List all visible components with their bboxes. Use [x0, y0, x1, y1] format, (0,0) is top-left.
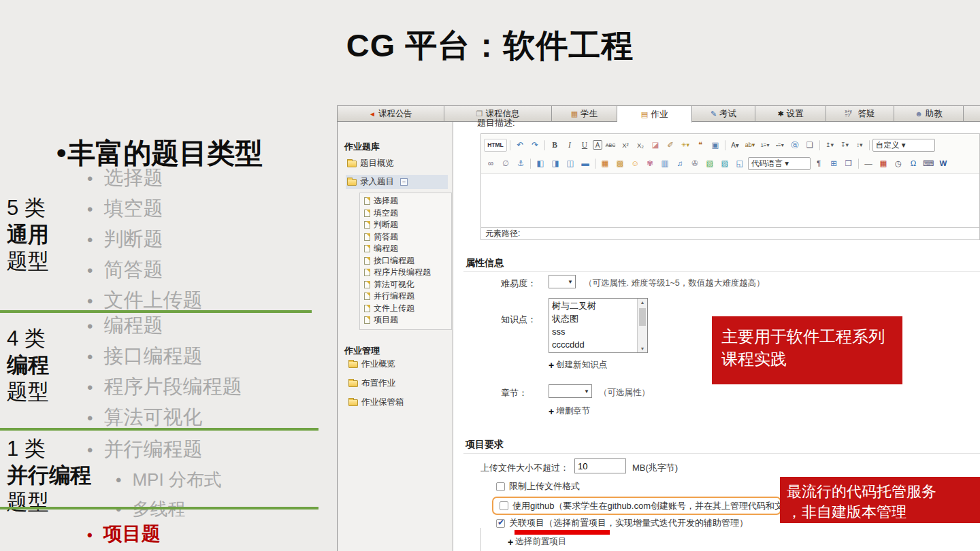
ordered-list-button[interactable]: 1≡▾ — [758, 139, 772, 152]
tree-item[interactable]: 并行编程题 — [360, 290, 451, 303]
scroll-thumb[interactable] — [639, 308, 646, 326]
font-border-button[interactable]: A — [593, 140, 602, 150]
tree-item[interactable]: 程序片段编程题 — [360, 267, 451, 279]
collapse-icon[interactable]: − — [400, 178, 408, 186]
sidebar-item[interactable]: 作业概览 — [348, 358, 404, 370]
tree-item[interactable]: 算法可视化 — [360, 279, 451, 291]
undo-icon[interactable]: ↶ — [513, 139, 527, 152]
bold-button[interactable]: B — [548, 139, 561, 152]
align-top-button[interactable]: ↥▾ — [823, 139, 836, 152]
anchor-icon[interactable]: ⚓ — [514, 157, 527, 170]
image-icon[interactable]: ▦ — [598, 157, 612, 170]
line-height-button[interactable]: ↕▾ — [853, 139, 866, 152]
unlink-icon[interactable]: ∅ — [499, 157, 512, 170]
tab[interactable]: ☻ 助教 — [894, 106, 964, 121]
scroll-down-icon[interactable]: ▼ — [638, 346, 647, 351]
knowledge-option[interactable]: sss — [549, 325, 637, 338]
eraser-icon[interactable]: ◪ — [649, 139, 662, 152]
knowledge-option[interactable]: 状态图 — [549, 312, 637, 325]
sidebar-item-enter-questions[interactable]: 录入题目 − — [346, 175, 448, 189]
knowledge-option[interactable]: ccccddd — [549, 338, 637, 351]
video-icon[interactable]: ▥ — [658, 157, 672, 170]
tree-item[interactable]: 选择题 — [360, 195, 451, 207]
create-knowledge-link[interactable]: + 创建新知识点 — [549, 359, 607, 371]
highlighted-project-item: •项目题 — [87, 521, 161, 547]
document-icon — [364, 257, 370, 265]
word-icon[interactable]: W — [936, 157, 950, 170]
restrict-format-checkbox[interactable] — [496, 482, 505, 491]
insert-doc-icon[interactable]: ◱ — [733, 157, 747, 170]
subscript-button[interactable]: X₂ — [634, 139, 647, 152]
html-source-button[interactable]: HTML — [484, 139, 507, 152]
editor-content-area[interactable] — [481, 174, 979, 227]
tab[interactable]: ◄ 课程公告 — [338, 106, 444, 121]
scrollbar[interactable]: ▲ ▼ — [637, 299, 647, 352]
use-github-checkbox[interactable] — [500, 501, 508, 510]
new-page-button[interactable]: ❏ — [803, 139, 817, 152]
knowledge-option[interactable]: 树与二叉树 — [549, 299, 637, 312]
align-middle-button[interactable]: ↧▾ — [838, 139, 851, 152]
format-brush-icon[interactable]: ✐ — [664, 139, 677, 152]
italic-button[interactable]: I — [563, 139, 576, 152]
bullet-dot: • — [87, 440, 93, 461]
tab[interactable] — [964, 106, 980, 121]
tab-label: 答疑 — [858, 108, 875, 120]
magic-fill-icon[interactable]: ✳▾ — [679, 139, 692, 152]
tree-item[interactable]: 项目题 — [360, 314, 451, 327]
remote-icon[interactable]: ⌨ — [921, 157, 935, 170]
tree-item[interactable]: 接口编程题 — [360, 255, 451, 267]
map-icon[interactable]: ▧ — [703, 157, 717, 170]
tree-item[interactable]: 文件上传题 — [360, 303, 451, 315]
img-align-center-icon[interactable]: ◫ — [564, 157, 577, 170]
difficulty-select[interactable]: ▼ — [549, 275, 576, 288]
clock-icon[interactable]: ◷ — [892, 157, 905, 170]
smiley-icon[interactable]: ☺ — [628, 157, 642, 170]
hr-icon[interactable]: — — [862, 157, 875, 170]
attachment-icon[interactable]: ✇ — [688, 157, 702, 170]
img-align-left-icon[interactable]: ◧ — [534, 157, 547, 170]
tree-item[interactable]: 简答题 — [360, 231, 451, 244]
link-icon[interactable]: ∞ — [484, 157, 497, 170]
img-align-right-icon[interactable]: ◨ — [549, 157, 562, 170]
font-color-button[interactable]: A▾ — [728, 139, 742, 152]
calendar-icon[interactable]: ▦ — [877, 157, 890, 170]
tree-item[interactable]: 判断题 — [360, 219, 451, 231]
chapter-select[interactable]: ▼ — [549, 384, 592, 398]
tab[interactable]: ▤ 作业 — [617, 106, 692, 122]
paste-text-icon[interactable]: ▣ — [708, 139, 722, 152]
album-icon[interactable]: ▩ — [613, 157, 627, 170]
code-language-select[interactable]: 代码语言 ▾ — [748, 157, 811, 170]
restrict-format-label: 限制上传文件格式 — [509, 480, 580, 492]
tab[interactable]: x+y=? 答疑 — [826, 106, 894, 121]
tree-item[interactable]: 填空题 — [360, 207, 451, 220]
redo-icon[interactable]: ↷ — [528, 139, 542, 152]
strikethrough-button[interactable]: ABC — [604, 139, 617, 152]
upload-size-input[interactable] — [574, 458, 626, 473]
underline-button[interactable]: U — [578, 139, 591, 152]
omega-icon[interactable]: Ω — [906, 157, 920, 170]
tree-item[interactable]: 编程题 — [360, 243, 451, 255]
sidebar-item-question-overview[interactable]: 题目概览 — [347, 158, 394, 169]
superscript-button[interactable]: X² — [619, 139, 632, 152]
music-icon[interactable]: ♫ — [673, 157, 687, 170]
tab[interactable]: ▦ 学生 — [552, 106, 617, 121]
edit-chapter-link[interactable]: + 增删章节 — [549, 405, 590, 417]
select-prerequisite-project-link[interactable]: + 选择前置项目 — [508, 536, 566, 548]
screenshot-icon[interactable]: ❒ — [842, 157, 855, 170]
img-align-block-icon[interactable]: ▬ — [578, 157, 592, 170]
table-icon[interactable]: ⊞ — [827, 157, 840, 170]
scroll-up-icon[interactable]: ▲ — [638, 300, 647, 305]
link-project-checkbox[interactable] — [496, 519, 505, 528]
tab[interactable]: ✱ 设置 — [755, 106, 826, 121]
sidebar-item[interactable]: 布置作业 — [348, 378, 404, 389]
map-marker-icon[interactable]: ▨ — [718, 157, 732, 170]
anchor-style-button[interactable]: ⓐ — [788, 139, 802, 152]
custom-style-select[interactable]: 自定义 ▾ — [872, 139, 935, 152]
palette-icon[interactable]: ✾ — [643, 157, 657, 170]
code-indent-icon[interactable]: ¶ — [812, 157, 826, 170]
sidebar-item[interactable]: 作业保管箱 — [348, 397, 404, 408]
unordered-list-button[interactable]: •≡▾ — [773, 139, 787, 152]
tab[interactable]: ✎ 考试 — [692, 106, 755, 121]
highlight-color-button[interactable]: ab▾ — [743, 139, 757, 152]
blockquote-icon[interactable]: ❝ — [693, 139, 707, 152]
